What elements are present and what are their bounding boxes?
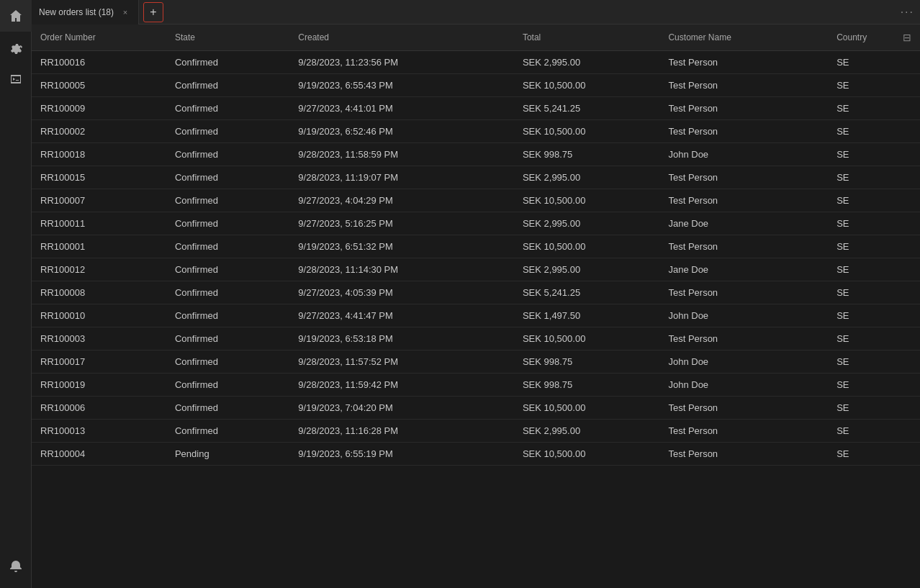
cell-state: Confirmed — [166, 397, 289, 420]
cell-state: Confirmed — [166, 235, 289, 258]
table-body: RR100016Confirmed9/28/2023, 11:23:56 PMS… — [32, 51, 920, 466]
tab-close-button[interactable]: × — [119, 6, 131, 18]
cell-order_number: RR100011 — [32, 212, 166, 235]
cell-created: 9/28/2023, 11:57:52 PM — [289, 350, 514, 374]
orders-tab[interactable]: New orders list (18) × — [32, 0, 139, 24]
cell-order_number: RR100010 — [32, 304, 166, 327]
cell-state: Confirmed — [166, 281, 289, 304]
cell-customer_name: John Doe — [659, 374, 828, 397]
cell-order_number: RR100016 — [32, 51, 166, 74]
cell-created: 9/28/2023, 11:23:56 PM — [289, 51, 514, 74]
table-header-row: Order Number State Created — [32, 24, 920, 51]
cell-created: 9/27/2023, 5:16:25 PM — [289, 212, 514, 235]
table-row[interactable]: RR100016Confirmed9/28/2023, 11:23:56 PMS… — [32, 51, 920, 74]
table-row[interactable]: RR100005Confirmed9/19/2023, 6:55:43 PMSE… — [32, 74, 920, 97]
cell-country: SE — [828, 258, 920, 281]
cell-created: 9/28/2023, 11:58:59 PM — [289, 143, 514, 166]
terminal-icon[interactable] — [0, 63, 32, 95]
cell-state: Confirmed — [166, 97, 289, 120]
cell-customer_name: Jane Doe — [659, 258, 828, 281]
cell-state: Confirmed — [166, 166, 289, 189]
table-row[interactable]: RR100008Confirmed9/27/2023, 4:05:39 PMSE… — [32, 281, 920, 304]
orders-table: Order Number State Created — [32, 24, 920, 466]
cell-customer_name: Test Person — [659, 443, 828, 466]
cell-customer_name: Test Person — [659, 189, 828, 212]
cell-total: SEK 5,241.25 — [514, 281, 660, 304]
table-row[interactable]: RR100017Confirmed9/28/2023, 11:57:52 PMS… — [32, 350, 920, 374]
cell-total: SEK 998.75 — [514, 143, 660, 166]
settings-icon[interactable] — [0, 32, 32, 63]
cell-order_number: RR100006 — [32, 397, 166, 420]
cell-country: SE — [828, 189, 920, 212]
table-row[interactable]: RR100010Confirmed9/27/2023, 4:41:47 PMSE… — [32, 304, 920, 327]
cell-country: SE — [828, 443, 920, 466]
cell-total: SEK 2,995.00 — [514, 420, 660, 443]
tab-bar: New orders list (18) × + ··· — [32, 0, 920, 24]
cell-order_number: RR100001 — [32, 235, 166, 258]
cell-state: Confirmed — [166, 350, 289, 374]
cell-created: 9/19/2023, 6:51:32 PM — [289, 235, 514, 258]
table-row[interactable]: RR100013Confirmed9/28/2023, 11:16:28 PMS… — [32, 420, 920, 443]
cell-order_number: RR100003 — [32, 327, 166, 350]
cell-total: SEK 5,241.25 — [514, 97, 660, 120]
column-header-country[interactable]: Country ⊟ — [828, 24, 920, 51]
column-header-state[interactable]: State — [166, 24, 289, 51]
table-row[interactable]: RR100019Confirmed9/28/2023, 11:59:42 PMS… — [32, 374, 920, 397]
cell-country: SE — [828, 74, 920, 97]
cell-country: SE — [828, 304, 920, 327]
table-row[interactable]: RR100006Confirmed9/19/2023, 7:04:20 PMSE… — [32, 397, 920, 420]
cell-created: 9/27/2023, 4:04:29 PM — [289, 189, 514, 212]
cell-order_number: RR100007 — [32, 189, 166, 212]
table-row[interactable]: RR100007Confirmed9/27/2023, 4:04:29 PMSE… — [32, 189, 920, 212]
cell-order_number: RR100012 — [32, 258, 166, 281]
cell-state: Confirmed — [166, 420, 289, 443]
tab-label: New orders list (18) — [39, 7, 114, 17]
tab-menu-button[interactable]: ··· — [901, 6, 920, 19]
bell-icon[interactable] — [0, 551, 32, 582]
column-header-total[interactable]: Total — [514, 24, 660, 51]
cell-customer_name: Test Person — [659, 166, 828, 189]
cell-customer_name: Test Person — [659, 235, 828, 258]
cell-state: Confirmed — [166, 304, 289, 327]
cell-created: 9/27/2023, 4:41:01 PM — [289, 97, 514, 120]
cell-created: 9/19/2023, 6:52:46 PM — [289, 120, 514, 143]
cell-country: SE — [828, 397, 920, 420]
cell-total: SEK 2,995.00 — [514, 51, 660, 74]
table-row[interactable]: RR100003Confirmed9/19/2023, 6:53:18 PMSE… — [32, 327, 920, 350]
table-row[interactable]: RR100012Confirmed9/28/2023, 11:14:30 PMS… — [32, 258, 920, 281]
cell-state: Confirmed — [166, 212, 289, 235]
cell-order_number: RR100004 — [32, 443, 166, 466]
column-header-customer-name[interactable]: Customer Name — [659, 24, 828, 51]
table-row[interactable]: RR100015Confirmed9/28/2023, 11:19:07 PMS… — [32, 166, 920, 189]
home-icon[interactable] — [0, 0, 32, 32]
cell-created: 9/28/2023, 11:14:30 PM — [289, 258, 514, 281]
cell-order_number: RR100002 — [32, 120, 166, 143]
cell-order_number: RR100018 — [32, 143, 166, 166]
cell-customer_name: Test Person — [659, 420, 828, 443]
column-header-order-number[interactable]: Order Number — [32, 24, 166, 51]
cell-country: SE — [828, 120, 920, 143]
cell-country: SE — [828, 51, 920, 74]
column-header-created[interactable]: Created — [289, 24, 514, 51]
cell-country: SE — [828, 212, 920, 235]
table-row[interactable]: RR100011Confirmed9/27/2023, 5:16:25 PMSE… — [32, 212, 920, 235]
table-row[interactable]: RR100004Pending9/19/2023, 6:55:19 PMSEK … — [32, 443, 920, 466]
cell-country: SE — [828, 281, 920, 304]
cell-created: 9/19/2023, 6:53:18 PM — [289, 327, 514, 350]
column-filter-icon[interactable]: ⊟ — [903, 32, 911, 43]
main-content: New orders list (18) × + ··· Order Numbe… — [32, 0, 920, 588]
cell-customer_name: Jane Doe — [659, 212, 828, 235]
cell-total: SEK 10,500.00 — [514, 443, 660, 466]
table-row[interactable]: RR100009Confirmed9/27/2023, 4:41:01 PMSE… — [32, 97, 920, 120]
table-row[interactable]: RR100002Confirmed9/19/2023, 6:52:46 PMSE… — [32, 120, 920, 143]
cell-state: Confirmed — [166, 374, 289, 397]
cell-state: Confirmed — [166, 120, 289, 143]
cell-total: SEK 2,995.00 — [514, 258, 660, 281]
table-row[interactable]: RR100001Confirmed9/19/2023, 6:51:32 PMSE… — [32, 235, 920, 258]
cell-state: Confirmed — [166, 327, 289, 350]
table-row[interactable]: RR100018Confirmed9/28/2023, 11:58:59 PMS… — [32, 143, 920, 166]
cell-order_number: RR100008 — [32, 281, 166, 304]
cell-customer_name: Test Person — [659, 397, 828, 420]
cell-total: SEK 10,500.00 — [514, 120, 660, 143]
add-tab-button[interactable]: + — [143, 2, 163, 22]
